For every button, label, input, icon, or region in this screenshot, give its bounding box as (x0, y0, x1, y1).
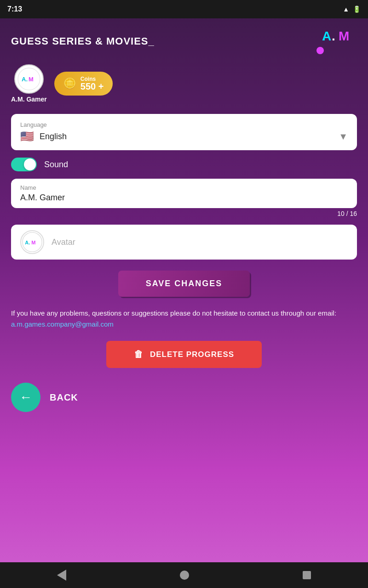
username-label: A.M. Gamer (11, 96, 47, 103)
dropdown-arrow-icon: ▼ (339, 131, 348, 142)
coins-value: 550 + (80, 82, 104, 91)
main-content: GUESS SERIES & MOVIES_ A . M . A. M A.M.… (0, 18, 368, 562)
svg-text:M: M (29, 76, 34, 83)
svg-text:.: . (332, 29, 335, 43)
nav-back-button[interactable] (57, 570, 66, 581)
sound-toggle[interactable] (11, 158, 37, 171)
toggle-thumb (24, 158, 36, 170)
contact-info: If you have any problems, questions or s… (11, 308, 357, 330)
signal-icon: ▲ (343, 6, 349, 13)
contact-email-link[interactable]: a.m.games.company@gmail.com (11, 320, 114, 328)
sound-row: Sound (11, 158, 357, 171)
svg-text:A.: A. (25, 240, 30, 245)
language-label: Language (20, 121, 348, 128)
back-arrow-icon: ← (19, 390, 32, 405)
sound-label: Sound (44, 160, 68, 170)
app-title: GUESS SERIES & MOVIES_ (11, 35, 155, 47)
svg-text:A.: A. (22, 76, 28, 83)
language-row: 🇺🇸 English ▼ (20, 130, 348, 143)
header: GUESS SERIES & MOVIES_ A . M . (11, 28, 357, 55)
nav-home-icon (180, 571, 189, 580)
battery-icon: 🔋 (353, 6, 361, 13)
name-value: A.M. Gamer (20, 193, 348, 203)
contact-text-static: If you have any problems, questions or s… (11, 309, 336, 317)
name-label: Name (20, 184, 348, 191)
back-row: ← BACK (11, 383, 357, 412)
delete-progress-button[interactable]: 🗑 DELETE PROGRESS (106, 341, 262, 368)
svg-point-0 (316, 47, 324, 54)
language-left: 🇺🇸 English (20, 130, 67, 143)
char-count: 10 / 16 (11, 210, 357, 217)
status-bar: 7:13 ▲ 🔋 (0, 0, 368, 18)
save-changes-button[interactable]: SAVE CHANGES (118, 271, 250, 297)
svg-text:M: M (339, 29, 349, 43)
coins-icon: 🪙 (63, 78, 76, 90)
bottom-nav (0, 562, 368, 588)
avatar-label: Avatar (52, 237, 75, 247)
save-btn-wrap: SAVE CHANGES (11, 271, 357, 297)
back-label: BACK (50, 392, 78, 403)
nav-home-button[interactable] (180, 571, 189, 580)
svg-text:.: . (322, 29, 326, 43)
language-selector[interactable]: Language 🇺🇸 English ▼ (11, 114, 357, 150)
avatar-selector[interactable]: A. M Avatar (11, 225, 357, 260)
nav-recent-icon (303, 571, 311, 579)
coins-badge[interactable]: 🪙 Coins 550 + (54, 72, 113, 96)
user-avatar-circle[interactable]: A. M (14, 64, 44, 94)
user-row: A. M A.M. Gamer 🪙 Coins 550 + (11, 64, 357, 103)
back-button[interactable]: ← (11, 383, 40, 412)
app-logo: A . M . (316, 28, 357, 55)
language-value: English (40, 132, 67, 141)
nav-back-icon (57, 570, 66, 581)
nav-recent-button[interactable] (303, 571, 311, 579)
name-field[interactable]: Name A.M. Gamer (11, 179, 357, 208)
delete-btn-wrap: 🗑 DELETE PROGRESS (11, 341, 357, 368)
svg-text:M: M (31, 240, 35, 245)
delete-label: DELETE PROGRESS (150, 350, 234, 359)
status-time: 7:13 (7, 5, 22, 13)
avatar-preview: A. M (20, 230, 44, 254)
trash-icon: 🗑 (134, 349, 144, 360)
status-icons: ▲ 🔋 (343, 6, 361, 13)
us-flag-icon: 🇺🇸 (20, 130, 34, 143)
